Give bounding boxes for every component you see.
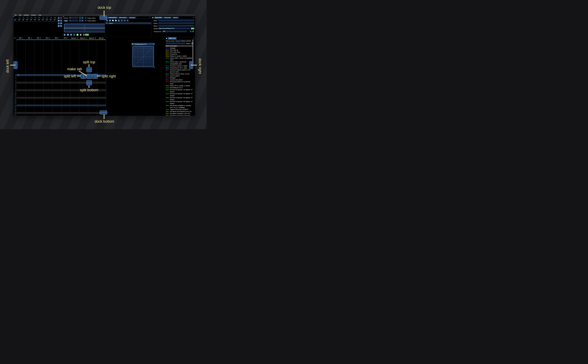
tuning-field[interactable]: 440 — [162, 31, 187, 32]
unlink-icon[interactable] — [58, 25, 60, 27]
octave-increase-button[interactable]: + — [81, 17, 84, 19]
menu-item-settings[interactable]: settings — [24, 14, 29, 16]
effect-row[interactable]: 14xxSet level of operator 3 (0 highest, … — [166, 97, 193, 101]
delete-instrument-icon[interactable]: × — [126, 20, 129, 22]
system-auto-button[interactable]: Auto — [191, 27, 194, 29]
instrument-list-item[interactable]: - None - — [105, 22, 151, 24]
double-down-icon[interactable]: ⇊ — [60, 22, 62, 24]
step-input[interactable]: 1 — [69, 20, 78, 22]
effect-row[interactable]: 01xxPitch slide up — [166, 49, 193, 51]
pattern-row[interactable]: · · · · · · · · · · ·· · · · · · · · · ·… — [16, 103, 106, 104]
tab-subsongs[interactable]: Subsongs — [163, 17, 172, 18]
effect-row[interactable]: 10xySetup LFO (x: enable; y: speed) — [166, 85, 193, 87]
order-cell[interactable]: 00 — [41, 19, 45, 21]
repeat-icon[interactable]: ↻ — [83, 34, 85, 36]
channel-header-fm-2[interactable]: FM 2 — [26, 37, 34, 40]
pattern-row[interactable]: · · · · · · · · · · ·· · · · · · · · · ·… — [16, 85, 106, 87]
author-field[interactable] — [158, 22, 194, 24]
oscilloscope-title-bar[interactable]: Oscilloscope (X-Y) × — [131, 43, 155, 45]
menu-item-help[interactable]: help — [38, 14, 41, 16]
effect-row[interactable]: 04xyVibrato (x: speed; y: depth) — [166, 55, 193, 57]
step-increase-button[interactable]: + — [81, 20, 84, 22]
play-icon[interactable]: ▶ — [64, 34, 66, 36]
oscilloscope-window[interactable]: Oscilloscope (X-Y) × — [131, 43, 155, 68]
octave-decrease-button[interactable]: - — [79, 17, 81, 19]
step-decrease-button[interactable]: - — [79, 20, 81, 22]
record-icon[interactable] — [76, 34, 79, 36]
menu-item-edit[interactable]: edit — [19, 14, 21, 16]
tab-instruments[interactable]: Instruments — [108, 17, 118, 18]
step-label[interactable]: Step — [64, 20, 68, 22]
effect-row[interactable]: 17xxToggle PCM mode (LEGACY) — [166, 109, 193, 110]
description-column-header[interactable]: Description — [170, 45, 177, 47]
octave-input[interactable]: 3 — [69, 17, 78, 19]
effect-row[interactable]: 0AxyVolume slide (0y: down; x0: up) — [166, 73, 193, 75]
effect-row[interactable]: 0FxxSet speed (speed 2 if no grooves exi… — [166, 81, 193, 85]
name-column-header[interactable]: Name — [166, 45, 170, 47]
effect-row[interactable]: 03xxPortamento — [166, 53, 193, 55]
effect-row[interactable]: 0CxxRetrigger — [166, 77, 193, 79]
effect-search-input[interactable] — [166, 42, 185, 44]
pattern-row[interactable]: · · · · · · · · · · ·· · · · · · · · · ·… — [16, 101, 106, 103]
effect-row[interactable]: 11xxSet feedback (0 to 7) — [166, 87, 193, 89]
order-cell[interactable]: 00 — [45, 19, 49, 21]
duplicate-instrument-icon[interactable]: ⧉ — [109, 20, 111, 22]
collapse-triangle-icon[interactable] — [132, 44, 133, 45]
open-instrument-icon[interactable] — [112, 20, 114, 22]
album-field[interactable] — [158, 25, 194, 27]
pattern-row[interactable]: · · · · · · · · · · ·· · · · · · · · · ·… — [16, 80, 106, 82]
order-cell[interactable]: 00 — [49, 19, 53, 21]
effect-row[interactable]: 1AxxSet attack of operator 1 (0 to 1F) — [166, 113, 193, 115]
order-cell[interactable]: 00 — [33, 19, 37, 21]
save-instrument-icon[interactable] — [115, 20, 117, 22]
follow-orders-checkbox[interactable]: ✓ — [85, 17, 86, 19]
order-cell[interactable]: 00 — [25, 19, 29, 21]
step-row-icon[interactable]: ↓ — [73, 34, 75, 36]
effect-list-scrollbar[interactable] — [192, 39, 193, 64]
effect-row[interactable]: 08xySet panning (x: left; y: right) — [166, 67, 193, 69]
effect-row[interactable]: 06xyVolume slide + portamento (compatibi… — [166, 61, 193, 65]
pattern-row[interactable]: · · · · · · · · · · ·· · · · · · · · · ·… — [16, 112, 106, 114]
pattern-row[interactable]: · · · · · · · · · · ·· · · · · · · · · ·… — [16, 95, 106, 97]
effect-row[interactable]: 0BxxJump to pattern — [166, 75, 193, 77]
order-cell[interactable]: 00 — [37, 19, 41, 21]
move-instrument-down-icon[interactable]: ↓ — [124, 20, 126, 22]
tab-speed[interactable]: Speed — [172, 17, 179, 18]
channel-header-fm-1[interactable]: FM 1 — [17, 37, 25, 40]
effect-row[interactable]: 13xxSet level of operator 2 (0 highest, … — [166, 93, 193, 97]
window-menu-icon[interactable] — [152, 17, 154, 19]
tab-samples[interactable]: Samples — [128, 17, 136, 18]
move-up-icon[interactable]: ∧ — [60, 20, 62, 22]
duplicate-icon[interactable]: ⧉ — [58, 20, 60, 22]
orders-selected-row[interactable]: 0000000000000000000000 — [14, 19, 57, 21]
pattern-row[interactable]: · · · · · · · · · · ·· · · · · · · · · ·… — [16, 106, 106, 108]
effect-row[interactable]: 09xxSet groove pattern (speed 1 if no gr… — [166, 69, 193, 73]
close-icon[interactable]: × — [193, 37, 195, 39]
window-menu-icon[interactable] — [166, 38, 167, 39]
mouse-cursor-icon[interactable] — [60, 25, 62, 27]
channel-header-fm-5[interactable]: FM 5 — [52, 37, 61, 40]
tab-song-info[interactable]: Song Info — [154, 17, 163, 18]
effect-row[interactable]: 00xyArpeggio — [166, 47, 193, 49]
order-cell[interactable]: 00 — [21, 19, 25, 21]
pattern-row[interactable]: · · · · · · · · · · ·· · · · · · · · · ·… — [16, 93, 106, 95]
metronome-icon[interactable] — [80, 34, 82, 36]
split-bottom-target[interactable] — [86, 80, 92, 85]
channel-header-fm-4[interactable]: FM 4 — [43, 37, 52, 40]
effect-row[interactable]: 15xxSet level of operator 4 (0 highest, … — [166, 101, 193, 104]
tuning-increase-button[interactable]: + — [192, 30, 194, 32]
move-instrument-up-icon[interactable]: ↑ — [121, 20, 123, 22]
dock-top-target[interactable] — [99, 16, 107, 20]
order-cell[interactable]: 00 — [17, 19, 21, 21]
move-down-icon[interactable]: ∨ — [58, 22, 60, 24]
close-icon[interactable]: × — [193, 17, 195, 18]
play-from-cursor-icon[interactable]: ▶ — [70, 34, 72, 36]
effect-row[interactable]: 07xyTremolo (x: speed; y: depth) — [166, 65, 193, 67]
menu-item-file[interactable]: file — [15, 14, 17, 16]
effect-row[interactable]: 12xxSet level of operator 1 (0 highest, … — [166, 89, 193, 93]
pattern-row[interactable]: · · · · · · · · · · ·· · · · · · · · · ·… — [16, 114, 106, 116]
play-pattern-icon[interactable]: ▶ — [67, 34, 69, 36]
pattern-row[interactable]: · · · · · · · · · · ·· · · · · · · · · ·… — [16, 104, 106, 106]
follow-pattern-checkbox[interactable]: ✓ — [85, 20, 86, 22]
pattern-row[interactable]: · · · · · · · · · · ·· · · · · · · · · ·… — [16, 97, 106, 99]
